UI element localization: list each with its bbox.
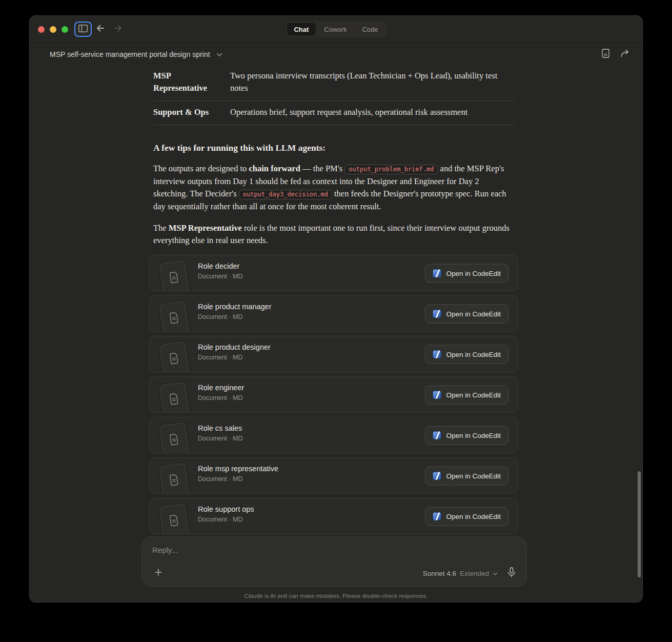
file-meta: Document · MD bbox=[198, 394, 244, 402]
file-meta: Document · MD bbox=[198, 273, 243, 280]
document-icon bbox=[602, 49, 609, 60]
close-window-button[interactable] bbox=[38, 26, 45, 33]
file-title: Role support ops bbox=[198, 505, 254, 513]
file-thumbnail bbox=[159, 463, 191, 494]
zoom-window-button[interactable] bbox=[62, 26, 68, 33]
sidebar-toggle-icon bbox=[78, 25, 88, 34]
file-info: Role cs sales Document · MD bbox=[198, 424, 243, 442]
minimize-window-button[interactable] bbox=[50, 26, 56, 33]
file-meta: Document · MD bbox=[198, 516, 254, 523]
file-title: Role product manager bbox=[198, 303, 271, 311]
file-card[interactable]: Role decider Document · MD Open in CodeE… bbox=[149, 255, 518, 291]
file-document-icon bbox=[168, 311, 182, 332]
chevron-down-icon bbox=[216, 50, 222, 59]
codeedit-app-icon bbox=[433, 350, 441, 358]
file-meta: Document · MD bbox=[198, 435, 243, 442]
chat-header: MSP self-service management portal desig… bbox=[30, 43, 642, 66]
forward-icon bbox=[113, 23, 123, 35]
open-in-codeedit-label: Open in CodeEdit bbox=[446, 350, 501, 358]
composer-toolbar: Sonnet 4.6 Extended bbox=[152, 567, 516, 579]
conversation-title: MSP self-service management portal desig… bbox=[50, 50, 210, 58]
file-info: Role product manager Document · MD bbox=[198, 303, 271, 320]
file-info: Role product designer Document · MD bbox=[198, 343, 271, 361]
sidebar-toggle-button[interactable] bbox=[74, 22, 92, 37]
open-in-codeedit-label: Open in CodeEdit bbox=[446, 512, 501, 520]
open-in-codeedit-button[interactable]: Open in CodeEdit bbox=[425, 507, 508, 526]
codeedit-app-icon bbox=[433, 471, 441, 480]
share-button[interactable] bbox=[620, 49, 631, 60]
reply-composer: Sonnet 4.6 Extended bbox=[141, 536, 527, 587]
conversation-title-dropdown[interactable]: MSP self-service management portal desig… bbox=[50, 50, 222, 59]
file-card[interactable]: Role product manager Document · MD Open … bbox=[149, 295, 518, 332]
codeedit-app-icon bbox=[433, 512, 441, 520]
file-card[interactable]: Role product designer Document · MD Open… bbox=[149, 336, 518, 372]
forward-button[interactable] bbox=[109, 22, 127, 37]
view-tab[interactable]: Code bbox=[355, 23, 385, 36]
dictation-button[interactable] bbox=[507, 567, 516, 579]
file-info: Role decider Document · MD bbox=[198, 262, 243, 280]
message-content: MSP Representative Two persona interview… bbox=[153, 66, 515, 534]
file-card[interactable]: Role msp representative Document · MD Op… bbox=[149, 457, 518, 494]
file-document-icon bbox=[168, 514, 182, 534]
microphone-icon bbox=[507, 567, 516, 579]
open-in-codeedit-button[interactable]: Open in CodeEdit bbox=[425, 385, 508, 404]
app-window: ChatCoworkCode MSP self-service manageme… bbox=[29, 15, 643, 603]
open-in-codeedit-button[interactable]: Open in CodeEdit bbox=[425, 466, 508, 485]
roles-table: MSP Representative Two persona interview… bbox=[153, 66, 515, 125]
file-meta: Document · MD bbox=[198, 354, 271, 361]
table-row-value: Operations brief, support request analys… bbox=[230, 106, 515, 118]
file-card[interactable]: Role cs sales Document · MD Open in Code… bbox=[149, 417, 518, 453]
back-button[interactable] bbox=[92, 22, 109, 37]
reply-input[interactable] bbox=[152, 546, 460, 554]
file-document-icon bbox=[168, 352, 182, 372]
file-thumbnail bbox=[159, 423, 191, 453]
tips-heading: A few tips for running this with LLM age… bbox=[153, 143, 515, 153]
file-title: Role msp representative bbox=[198, 465, 278, 473]
table-row: MSP Representative Two persona interview… bbox=[153, 66, 515, 101]
back-icon bbox=[95, 23, 106, 35]
document-outline-button[interactable] bbox=[602, 49, 609, 60]
file-info: Role support ops Document · MD bbox=[198, 505, 254, 523]
file-thumbnail bbox=[159, 260, 191, 291]
codeedit-app-icon bbox=[433, 431, 441, 439]
file-title: Role product designer bbox=[198, 343, 271, 351]
codeedit-app-icon bbox=[433, 309, 441, 318]
view-tab[interactable]: Chat bbox=[287, 23, 316, 36]
open-in-codeedit-button[interactable]: Open in CodeEdit bbox=[425, 345, 508, 364]
model-selector[interactable]: Sonnet 4.6 Extended bbox=[423, 570, 498, 577]
table-row: Support & Ops Operations brief, support … bbox=[153, 101, 515, 125]
file-document-icon bbox=[168, 271, 182, 291]
open-in-codeedit-button[interactable]: Open in CodeEdit bbox=[425, 426, 508, 445]
file-thumbnail bbox=[159, 342, 191, 372]
file-thumbnail bbox=[159, 301, 191, 332]
file-info: Role msp representative Document · MD bbox=[198, 465, 278, 483]
table-row-label: MSP Representative bbox=[153, 70, 230, 94]
table-row-value: Two persona interview transcripts (Lean … bbox=[230, 70, 515, 94]
ai-disclaimer: Claude is AI and can make mistakes. Plea… bbox=[30, 593, 642, 599]
view-tab[interactable]: Cowork bbox=[317, 23, 354, 36]
file-info: Role engineer Document · MD bbox=[198, 384, 244, 402]
file-thumbnail bbox=[159, 382, 191, 413]
file-attachment-list: Role decider Document · MD Open in CodeE… bbox=[149, 255, 518, 534]
tips-paragraph-1: The outputs are designed to chain forwar… bbox=[153, 163, 515, 213]
header-actions bbox=[602, 49, 631, 60]
file-card[interactable]: Role support ops Document · MD Open in C… bbox=[149, 498, 518, 534]
codeedit-app-icon bbox=[433, 390, 441, 399]
file-title: Role decider bbox=[198, 262, 243, 270]
model-mode: Extended bbox=[460, 570, 489, 577]
share-icon bbox=[620, 49, 631, 60]
attach-button[interactable] bbox=[152, 567, 165, 579]
open-in-codeedit-label: Open in CodeEdit bbox=[446, 431, 501, 439]
open-in-codeedit-button[interactable]: Open in CodeEdit bbox=[425, 304, 508, 323]
file-title: Role cs sales bbox=[198, 424, 243, 432]
file-document-icon bbox=[168, 392, 182, 413]
file-document-icon bbox=[168, 433, 182, 453]
file-card[interactable]: Role engineer Document · MD Open in Code… bbox=[149, 376, 518, 413]
view-tab-group: ChatCoworkCode bbox=[285, 22, 386, 37]
scrollbar-thumb[interactable] bbox=[638, 471, 641, 577]
open-in-codeedit-label: Open in CodeEdit bbox=[446, 269, 501, 277]
codeedit-app-icon bbox=[433, 269, 441, 277]
chevron-down-icon bbox=[493, 570, 498, 577]
open-in-codeedit-button[interactable]: Open in CodeEdit bbox=[425, 264, 508, 283]
file-meta: Document · MD bbox=[198, 313, 271, 320]
